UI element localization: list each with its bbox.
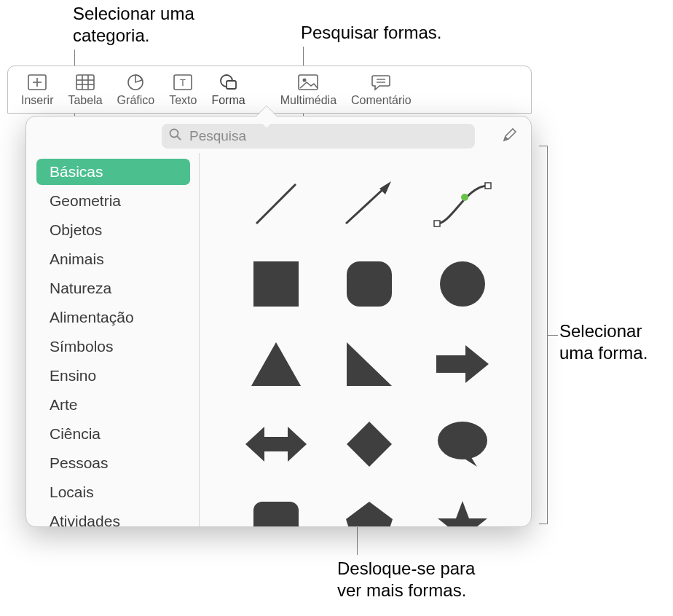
- svg-line-20: [346, 187, 385, 224]
- svg-rect-25: [253, 261, 299, 307]
- shape-grid: [200, 153, 531, 526]
- toolbar: Inserir Tabela Gráfico T Texto Forma Mul…: [7, 66, 532, 114]
- svg-line-19: [256, 184, 296, 224]
- callout-bracket: [539, 146, 548, 524]
- shape-icon: [219, 72, 238, 92]
- category-alimentacao[interactable]: Alimentação: [36, 304, 190, 331]
- shape-star[interactable]: [422, 488, 503, 526]
- svg-marker-30: [436, 345, 489, 383]
- toolbar-label: Inserir: [21, 94, 53, 107]
- category-geometria[interactable]: Geometria: [36, 188, 190, 214]
- shape-bezier[interactable]: [422, 167, 503, 240]
- toolbar-label: Gráfico: [117, 94, 155, 107]
- comment-icon: [371, 72, 390, 92]
- category-sidebar: Básicas Geometria Objetos Animais Nature…: [26, 153, 200, 526]
- category-ensino[interactable]: Ensino: [36, 363, 190, 389]
- toolbar-chart[interactable]: Gráfico: [110, 72, 162, 107]
- svg-marker-37: [346, 502, 393, 526]
- text-icon: T: [173, 72, 192, 92]
- pen-icon: [501, 126, 519, 146]
- shape-speech-bubble[interactable]: [422, 408, 503, 481]
- search-icon: [169, 128, 182, 144]
- shape-arrow-line[interactable]: [329, 167, 409, 240]
- shape-square[interactable]: [236, 248, 316, 320]
- shape-arrow-right[interactable]: [422, 328, 503, 400]
- svg-point-17: [170, 130, 178, 138]
- svg-rect-3: [76, 75, 94, 90]
- category-basicas[interactable]: Básicas: [36, 159, 190, 185]
- category-simbolos[interactable]: Símbolos: [36, 333, 190, 360]
- callout-category: Selecionar uma categoria.: [73, 3, 194, 47]
- svg-marker-38: [438, 501, 487, 526]
- chart-icon: [127, 72, 144, 92]
- category-ciencia[interactable]: Ciência: [36, 421, 190, 447]
- toolbar-label: Multimédia: [280, 94, 336, 107]
- shape-rounded-square[interactable]: [329, 248, 409, 320]
- media-icon: [298, 72, 318, 92]
- toolbar-insert[interactable]: Inserir: [14, 72, 60, 107]
- popover-top-row: [26, 117, 531, 153]
- svg-rect-12: [227, 81, 236, 89]
- shape-arrow-bidirectional[interactable]: [236, 408, 316, 481]
- callout-search: Pesquisar formas.: [301, 22, 441, 44]
- svg-point-14: [303, 79, 307, 82]
- toolbar-label: Tabela: [68, 94, 102, 107]
- shape-callout-rect[interactable]: [236, 488, 316, 526]
- shape-circle[interactable]: [422, 248, 503, 320]
- category-arte[interactable]: Arte: [36, 392, 190, 418]
- callout-line: [548, 335, 558, 336]
- draw-shape-button[interactable]: [499, 125, 521, 147]
- category-pessoas[interactable]: Pessoas: [36, 450, 190, 476]
- shape-line[interactable]: [236, 167, 316, 240]
- category-locais[interactable]: Locais: [36, 479, 190, 505]
- category-animais[interactable]: Animais: [36, 246, 190, 272]
- svg-point-24: [461, 194, 468, 201]
- shape-triangle[interactable]: [236, 328, 316, 400]
- svg-text:T: T: [180, 77, 186, 88]
- callout-scroll-more: Desloque-se para ver mais formas.: [337, 558, 475, 601]
- svg-marker-29: [347, 342, 392, 386]
- svg-marker-28: [251, 342, 301, 386]
- shape-diamond[interactable]: [329, 408, 409, 481]
- svg-rect-35: [253, 502, 299, 526]
- svg-marker-21: [379, 181, 391, 194]
- svg-point-33: [438, 422, 487, 459]
- category-objetos[interactable]: Objetos: [36, 217, 190, 243]
- toolbar-text[interactable]: T Texto: [162, 72, 204, 107]
- search-field[interactable]: [162, 124, 475, 149]
- toolbar-table[interactable]: Tabela: [60, 72, 109, 107]
- shape-popover: Básicas Geometria Objetos Animais Nature…: [25, 116, 532, 527]
- svg-marker-32: [347, 422, 392, 467]
- svg-marker-31: [245, 427, 307, 462]
- toolbar-label: Forma: [211, 94, 245, 107]
- category-atividades[interactable]: Atividades: [36, 508, 190, 526]
- svg-rect-22: [434, 221, 440, 226]
- table-icon: [76, 72, 95, 92]
- toolbar-shape[interactable]: Forma: [204, 72, 252, 107]
- svg-rect-26: [347, 261, 392, 307]
- svg-point-27: [440, 261, 485, 307]
- callout-select-shape: Selecionar uma forma.: [559, 320, 648, 364]
- toolbar-media[interactable]: Multimédia: [273, 72, 344, 107]
- toolbar-label: Texto: [169, 94, 197, 107]
- search-input[interactable]: [188, 127, 468, 145]
- svg-rect-23: [485, 183, 491, 189]
- category-natureza[interactable]: Natureza: [36, 275, 190, 301]
- shape-pentagon[interactable]: [329, 488, 409, 526]
- insert-icon: [28, 72, 47, 92]
- svg-line-18: [177, 136, 181, 140]
- toolbar-label: Comentário: [351, 94, 412, 107]
- toolbar-comment[interactable]: Comentário: [344, 72, 419, 107]
- shape-right-triangle[interactable]: [329, 328, 409, 400]
